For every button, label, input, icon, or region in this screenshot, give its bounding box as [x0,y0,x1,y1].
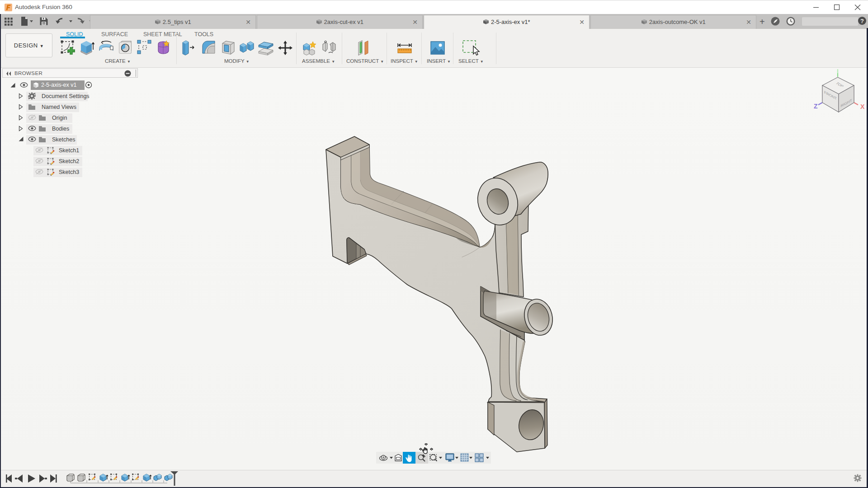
svg-text:Z: Z [814,103,818,110]
svg-text:X: X [860,103,865,110]
svg-text:?: ? [860,18,864,24]
